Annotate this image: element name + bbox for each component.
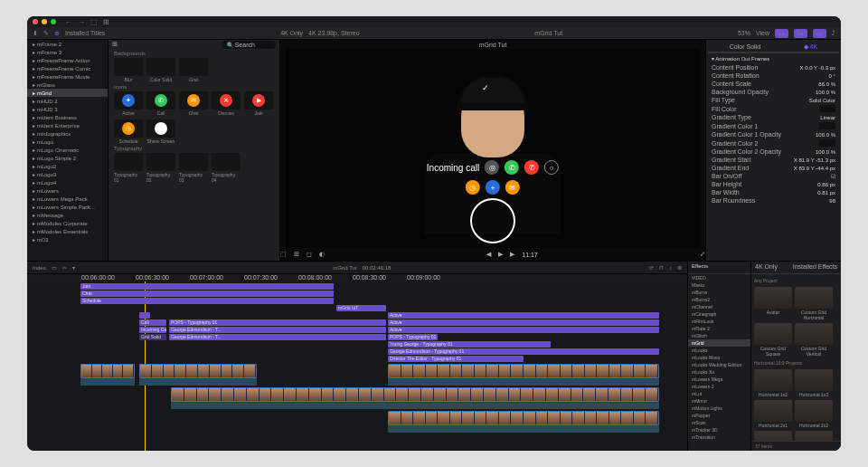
effects-category[interactable]: mGrid: [688, 339, 750, 347]
param-value[interactable]: X 81.9 Y -51.3 px: [794, 157, 835, 163]
audio-clip[interactable]: [388, 378, 659, 386]
param-value[interactable]: 0.81 px: [817, 190, 835, 195]
param-value[interactable]: 0.86 px: [817, 182, 835, 187]
crop-icon[interactable]: ◻: [307, 251, 312, 258]
param-value[interactable]: Solid Color: [809, 98, 835, 103]
video-clip[interactable]: [80, 364, 135, 378]
tool-trim-icon[interactable]: ✂: [62, 264, 67, 271]
settings-icon[interactable]: ⚙: [677, 264, 682, 271]
timeline-clip[interactable]: POPS - Typography 01: [388, 334, 438, 340]
inspector-row[interactable]: Background Opacity100.0 %: [708, 88, 839, 96]
inspector-row[interactable]: Gradient EndX 83.9 Y -44.4 px: [708, 164, 839, 172]
timeline-clip[interactable]: Join: [80, 283, 334, 290]
browser-thumb[interactable]: Grid: [179, 58, 208, 82]
inspector-row[interactable]: Gradient Color 1 Opacity100.0 %: [708, 130, 839, 138]
param-value[interactable]: 100.0 %: [816, 132, 835, 138]
browser-thumb[interactable]: Typography 04: [212, 153, 241, 183]
param-value[interactable]: X 83.9 Y -44.4 px: [794, 166, 835, 171]
sidebar-item[interactable]: ▸ mMessage: [27, 211, 108, 219]
skimming-icon[interactable]: ⟳: [649, 264, 654, 271]
effects-category[interactable]: mLowers Mega: [688, 376, 750, 383]
effects-category[interactable]: VIDEO: [688, 274, 750, 281]
tool-select-icon[interactable]: ▭: [52, 264, 57, 271]
color-swatch[interactable]: [819, 105, 835, 112]
play-fwd-icon[interactable]: ▶: [510, 251, 514, 258]
effect-thumb[interactable]: Horizontal 1x3: [795, 369, 833, 397]
efx-filter[interactable]: 4K Only: [755, 263, 778, 272]
effect-thumb[interactable]: Horizontal 2x2: [795, 400, 833, 428]
effect-thumb[interactable]: Horizontal 1x2: [754, 369, 792, 397]
zoom-value[interactable]: 53%: [738, 30, 750, 36]
effects-category[interactable]: mLooks Mono: [688, 354, 750, 361]
param-value[interactable]: 100.0 %: [816, 149, 835, 155]
effects-category[interactable]: mFlare 2: [688, 325, 750, 332]
effects-category[interactable]: mLooks Xo: [688, 368, 750, 376]
effects-category[interactable]: mLowers 2: [688, 383, 750, 390]
panel-toggle-2[interactable]: ▭: [794, 29, 807, 38]
param-value[interactable]: [819, 139, 835, 147]
browser-thumb[interactable]: ◷Schedule: [114, 119, 143, 144]
video-track[interactable]: [31, 387, 687, 402]
effect-thumb[interactable]: Custom Grid Vertical: [795, 323, 833, 357]
play-back-icon[interactable]: ◀: [486, 251, 491, 258]
timeline-clip[interactable]: Young George - Typography 01: [388, 341, 551, 348]
inspector-group[interactable]: ▾ Animation Out Frames: [708, 52, 839, 63]
effects-category[interactable]: Masks: [688, 281, 750, 289]
timeline-clip[interactable]: mGrid IoT: [336, 305, 386, 311]
inspector-row[interactable]: Gradient Color 1: [708, 121, 839, 130]
param-value[interactable]: Linear: [820, 115, 835, 120]
titlebar-icon[interactable]: ←: [65, 18, 72, 26]
video-clip[interactable]: [139, 364, 257, 378]
sidebar-item[interactable]: ▸ mGlass: [27, 81, 108, 89]
timeline-track[interactable]: mGrid IoT: [31, 305, 687, 311]
browser-thumb[interactable]: ✦Active: [114, 91, 143, 116]
timeline-track[interactable]: Director The Editor - Typography 01: [31, 356, 687, 362]
effect-thumb[interactable]: Horizontal 3x2: [795, 431, 833, 441]
browser-thumb[interactable]: ⬆Share Screen: [146, 119, 175, 144]
play-icon[interactable]: ▶: [498, 251, 503, 258]
effects-category[interactable]: mMotion Lights: [688, 405, 750, 412]
media-icon[interactable]: ⊕: [54, 30, 60, 37]
sidebar-item[interactable]: ▸ mGrid: [27, 89, 108, 97]
search-input[interactable]: 🔍 Search: [222, 41, 276, 49]
timeline-clip[interactable]: Director The Editor - Typography 01: [388, 356, 524, 362]
sidebar-item[interactable]: ▸ mInfographics: [27, 129, 108, 138]
filter-icon[interactable]: ⊞: [112, 41, 118, 48]
effect-thumb[interactable]: Horizontal 2x1: [754, 400, 792, 428]
keyword-icon[interactable]: ✎: [43, 30, 49, 37]
audio-clip[interactable]: [139, 378, 257, 386]
inspector-row[interactable]: Content PositionX 0.0 Y -0.3 px: [708, 63, 839, 71]
audio-track[interactable]: [31, 402, 687, 409]
sidebar-item[interactable]: ▸ mLowers: [27, 186, 108, 195]
color-swatch[interactable]: [819, 122, 835, 129]
sidebar-item[interactable]: ▸ mLogo Simple 2: [27, 154, 108, 162]
sidebar-item[interactable]: ▸ mLogo: [27, 138, 108, 146]
timeline-track[interactable]: Grid SolidGeorge Edmondson - T...POPS - …: [31, 334, 687, 340]
param-value[interactable]: 100.0 %: [816, 90, 835, 95]
inspector-row[interactable]: Bar Height0.86 px: [708, 180, 839, 188]
share-icon[interactable]: ⤴: [832, 30, 835, 36]
index-label[interactable]: Index: [33, 265, 46, 271]
inspector-row[interactable]: Gradient TypeLinear: [708, 113, 839, 121]
timeline-clip[interactable]: Incoming Call: [139, 327, 166, 333]
timeline-clip[interactable]: George Edmondson - Typography 01: [388, 348, 659, 355]
video-clip[interactable]: [171, 387, 659, 402]
titlebar-icon[interactable]: ⊞: [103, 18, 109, 26]
timeline-clip[interactable]: Grid Solid: [139, 334, 166, 340]
timeline-track[interactable]: Schedule: [31, 298, 687, 304]
viewer-canvas[interactable]: ✓ Incoming call ◎ ✆ ✆ ○ ◷ ＋ ✉: [286, 49, 700, 248]
snap-icon[interactable]: ⊓: [659, 264, 664, 271]
import-icon[interactable]: ⬇: [33, 30, 38, 37]
timeline-clip[interactable]: Call: [139, 319, 166, 326]
effects-category[interactable]: mScan: [688, 419, 750, 426]
inspector-row[interactable]: Bar Roundness98: [708, 196, 839, 205]
audio-icon[interactable]: ♪: [669, 265, 672, 271]
timeline-clip[interactable]: George Edmondson - T...: [169, 327, 386, 333]
inspector-row[interactable]: Bar Width0.81 px: [708, 188, 839, 196]
sidebar-item[interactable]: ▸ mLogo2: [27, 162, 108, 170]
effects-category[interactable]: mPuppet: [688, 412, 750, 419]
effect-thumb[interactable]: Avatar: [754, 287, 792, 320]
tc-icon[interactable]: ⬚: [280, 251, 287, 258]
inspector-row[interactable]: Bar On/Off☑: [708, 172, 839, 180]
effects-category[interactable]: mChannel: [688, 303, 750, 310]
